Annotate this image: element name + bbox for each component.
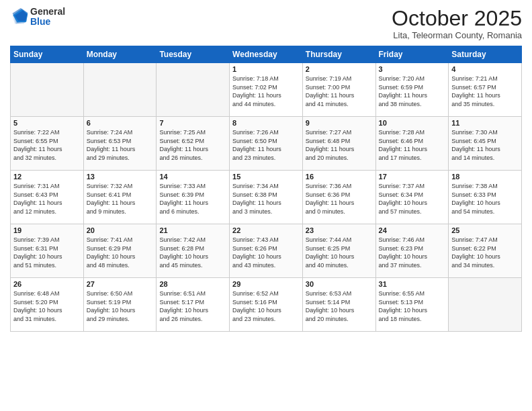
day-info: Sunrise: 6:52 AMSunset: 5:16 PMDaylight:… <box>232 289 300 323</box>
calendar-week-row: 26Sunrise: 6:48 AMSunset: 5:20 PMDayligh… <box>11 278 522 332</box>
col-sunday: Sunday <box>11 46 84 63</box>
table-row: 18Sunrise: 7:38 AMSunset: 6:33 PMDayligh… <box>449 171 522 224</box>
table-row: 14Sunrise: 7:33 AMSunset: 6:39 PMDayligh… <box>157 171 230 224</box>
table-row: 5Sunrise: 7:22 AMSunset: 6:55 PMDaylight… <box>11 117 84 171</box>
day-info: Sunrise: 7:34 AMSunset: 6:38 PMDaylight:… <box>232 182 300 216</box>
day-number: 30 <box>306 280 373 288</box>
day-info: Sunrise: 6:55 AMSunset: 5:13 PMDaylight:… <box>379 289 446 323</box>
day-info: Sunrise: 7:27 AMSunset: 6:48 PMDaylight:… <box>306 128 373 162</box>
day-number: 28 <box>159 280 226 288</box>
day-number: 26 <box>13 280 81 288</box>
col-friday: Friday <box>375 46 449 63</box>
day-info: Sunrise: 7:18 AMSunset: 7:02 PMDaylight:… <box>232 75 300 108</box>
calendar-week-row: 19Sunrise: 7:39 AMSunset: 6:31 PMDayligh… <box>11 224 522 278</box>
calendar-week-row: 1Sunrise: 7:18 AMSunset: 7:02 PMDaylight… <box>11 63 522 117</box>
table-row: 20Sunrise: 7:41 AMSunset: 6:29 PMDayligh… <box>83 224 157 278</box>
day-info: Sunrise: 7:32 AMSunset: 6:41 PMDaylight:… <box>87 182 154 216</box>
table-row: 23Sunrise: 7:44 AMSunset: 6:25 PMDayligh… <box>302 224 375 278</box>
table-row: 30Sunrise: 6:53 AMSunset: 5:14 PMDayligh… <box>302 278 375 332</box>
day-number: 27 <box>87 280 154 288</box>
table-row: 9Sunrise: 7:27 AMSunset: 6:48 PMDaylight… <box>302 117 375 171</box>
day-number: 8 <box>232 119 300 127</box>
day-number: 16 <box>306 173 373 181</box>
logo-blue: Blue <box>30 17 65 27</box>
table-row: 13Sunrise: 7:32 AMSunset: 6:41 PMDayligh… <box>83 171 157 224</box>
table-row: 21Sunrise: 7:42 AMSunset: 6:28 PMDayligh… <box>157 224 230 278</box>
day-info: Sunrise: 7:33 AMSunset: 6:39 PMDaylight:… <box>159 182 226 216</box>
day-info: Sunrise: 7:21 AMSunset: 6:57 PMDaylight:… <box>451 75 519 108</box>
table-row: 25Sunrise: 7:47 AMSunset: 6:22 PMDayligh… <box>449 224 522 278</box>
table-row: 1Sunrise: 7:18 AMSunset: 7:02 PMDaylight… <box>230 63 303 117</box>
table-row: 16Sunrise: 7:36 AMSunset: 6:36 PMDayligh… <box>302 171 375 224</box>
day-info: Sunrise: 7:25 AMSunset: 6:52 PMDaylight:… <box>159 128 226 162</box>
day-number: 9 <box>306 119 373 127</box>
day-info: Sunrise: 7:30 AMSunset: 6:45 PMDaylight:… <box>451 128 519 162</box>
day-info: Sunrise: 7:44 AMSunset: 6:25 PMDaylight:… <box>306 236 373 269</box>
table-row <box>157 63 230 117</box>
table-row: 7Sunrise: 7:25 AMSunset: 6:52 PMDaylight… <box>157 117 230 171</box>
header: General Blue October 2025 Lita, Teleorma… <box>10 7 522 40</box>
day-info: Sunrise: 7:24 AMSunset: 6:53 PMDaylight:… <box>87 128 154 162</box>
col-wednesday: Wednesday <box>230 46 303 63</box>
table-row: 19Sunrise: 7:39 AMSunset: 6:31 PMDayligh… <box>11 224 84 278</box>
day-number: 19 <box>13 226 81 234</box>
day-number: 31 <box>379 280 446 288</box>
day-number: 21 <box>159 226 226 234</box>
day-number: 14 <box>159 173 226 181</box>
title-block: October 2025 Lita, Teleorman County, Rom… <box>392 7 522 40</box>
day-info: Sunrise: 7:19 AMSunset: 7:00 PMDaylight:… <box>306 75 373 108</box>
table-row: 6Sunrise: 7:24 AMSunset: 6:53 PMDaylight… <box>83 117 157 171</box>
table-row: 31Sunrise: 6:55 AMSunset: 5:13 PMDayligh… <box>375 278 449 332</box>
day-number: 13 <box>87 173 154 181</box>
table-row <box>83 63 157 117</box>
table-row: 12Sunrise: 7:31 AMSunset: 6:43 PMDayligh… <box>11 171 84 224</box>
col-monday: Monday <box>83 46 157 63</box>
day-info: Sunrise: 7:28 AMSunset: 6:46 PMDaylight:… <box>379 128 446 162</box>
table-row: 22Sunrise: 7:43 AMSunset: 6:26 PMDayligh… <box>230 224 303 278</box>
logo-text: General Blue <box>30 7 65 28</box>
day-number: 12 <box>13 173 81 181</box>
table-row: 11Sunrise: 7:30 AMSunset: 6:45 PMDayligh… <box>449 117 522 171</box>
day-info: Sunrise: 7:20 AMSunset: 6:59 PMDaylight:… <box>379 75 446 108</box>
table-row: 4Sunrise: 7:21 AMSunset: 6:57 PMDaylight… <box>449 63 522 117</box>
day-info: Sunrise: 6:53 AMSunset: 5:14 PMDaylight:… <box>306 289 373 323</box>
day-number: 25 <box>451 226 519 234</box>
day-number: 17 <box>379 173 446 181</box>
calendar-header-row: Sunday Monday Tuesday Wednesday Thursday… <box>11 46 522 63</box>
calendar-week-row: 12Sunrise: 7:31 AMSunset: 6:43 PMDayligh… <box>11 171 522 224</box>
day-number: 20 <box>87 226 154 234</box>
table-row: 28Sunrise: 6:51 AMSunset: 5:17 PMDayligh… <box>157 278 230 332</box>
day-number: 11 <box>451 119 519 127</box>
table-row: 29Sunrise: 6:52 AMSunset: 5:16 PMDayligh… <box>230 278 303 332</box>
day-info: Sunrise: 6:48 AMSunset: 5:20 PMDaylight:… <box>13 289 81 323</box>
day-number: 5 <box>13 119 81 127</box>
day-number: 18 <box>451 173 519 181</box>
day-number: 29 <box>232 280 300 288</box>
day-number: 22 <box>232 226 300 234</box>
location-subtitle: Lita, Teleorman County, Romania <box>392 30 522 40</box>
table-row <box>449 278 522 332</box>
table-row: 3Sunrise: 7:20 AMSunset: 6:59 PMDaylight… <box>375 63 449 117</box>
logo-icon <box>10 7 29 26</box>
col-saturday: Saturday <box>449 46 522 63</box>
day-info: Sunrise: 7:43 AMSunset: 6:26 PMDaylight:… <box>232 236 300 269</box>
day-info: Sunrise: 7:38 AMSunset: 6:33 PMDaylight:… <box>451 182 519 216</box>
table-row: 24Sunrise: 7:46 AMSunset: 6:23 PMDayligh… <box>375 224 449 278</box>
calendar-week-row: 5Sunrise: 7:22 AMSunset: 6:55 PMDaylight… <box>11 117 522 171</box>
table-row: 10Sunrise: 7:28 AMSunset: 6:46 PMDayligh… <box>375 117 449 171</box>
day-number: 3 <box>379 65 446 73</box>
day-info: Sunrise: 7:46 AMSunset: 6:23 PMDaylight:… <box>379 236 446 269</box>
calendar-table: Sunday Monday Tuesday Wednesday Thursday… <box>10 46 522 332</box>
day-info: Sunrise: 7:47 AMSunset: 6:22 PMDaylight:… <box>451 236 519 269</box>
day-number: 24 <box>379 226 446 234</box>
table-row: 17Sunrise: 7:37 AMSunset: 6:34 PMDayligh… <box>375 171 449 224</box>
day-number: 23 <box>306 226 373 234</box>
day-info: Sunrise: 7:22 AMSunset: 6:55 PMDaylight:… <box>13 128 81 162</box>
day-number: 1 <box>232 65 300 73</box>
table-row <box>11 63 84 117</box>
table-row: 26Sunrise: 6:48 AMSunset: 5:20 PMDayligh… <box>11 278 84 332</box>
col-thursday: Thursday <box>302 46 375 63</box>
day-info: Sunrise: 6:50 AMSunset: 5:19 PMDaylight:… <box>87 289 154 323</box>
table-row: 27Sunrise: 6:50 AMSunset: 5:19 PMDayligh… <box>83 278 157 332</box>
day-number: 15 <box>232 173 300 181</box>
